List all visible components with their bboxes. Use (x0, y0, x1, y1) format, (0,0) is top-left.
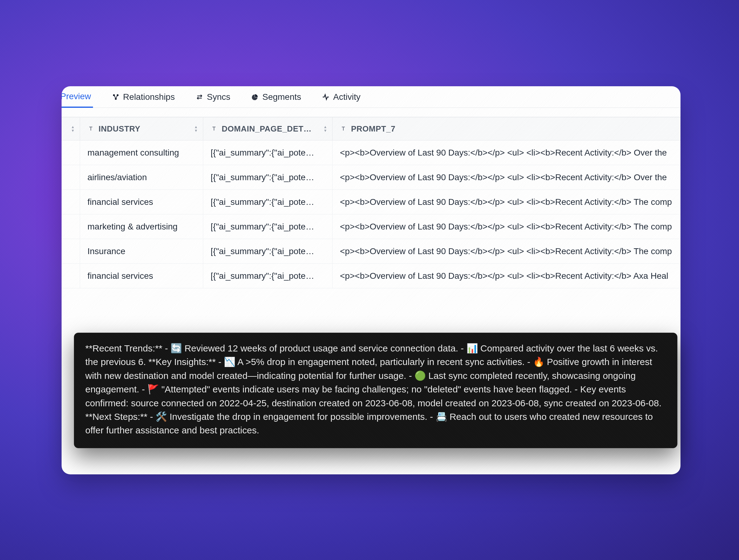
table-row[interactable]: marketing & advertising [{"ai_summary":{… (61, 215, 681, 239)
text-type-icon (88, 125, 94, 132)
svg-point-2 (115, 98, 117, 100)
cell-blank (61, 215, 80, 239)
sort-icon[interactable]: ▲▼ (324, 125, 327, 132)
column-header-domain[interactable]: DOMAIN_PAGE_DET… ▲▼ (203, 117, 332, 140)
cell-domain: [{"ai_summary":{"ai_pote… (203, 140, 332, 165)
activity-icon (322, 93, 329, 101)
text-type-icon (340, 125, 347, 132)
cell-blank (61, 264, 80, 288)
table-body: management consulting [{"ai_summary":{"a… (61, 140, 681, 288)
relationships-icon (112, 93, 120, 101)
cell-prompt7: <p><b>Overview of Last 90 Days:</b></p> … (332, 190, 681, 214)
tab-activity[interactable]: Activity (320, 86, 362, 108)
column-label: DOMAIN_PAGE_DET… (222, 124, 312, 134)
cell-domain: [{"ai_summary":{"ai_pote… (203, 190, 332, 214)
tab-bar: Preview Relationships Syncs Segments Act… (61, 86, 681, 108)
cell-prompt7: <p><b>Overview of Last 90 Days:</b></p> … (332, 264, 681, 288)
cell-prompt7: <p><b>Overview of Last 90 Days:</b></p> … (332, 239, 681, 263)
column-header-blank: ▲▼ (61, 117, 80, 140)
cell-blank (61, 140, 80, 165)
tab-label: Syncs (207, 92, 230, 102)
tab-label: Preview (61, 92, 91, 101)
cell-industry: airlines/aviation (80, 165, 203, 189)
cell-prompt7: <p><b>Overview of Last 90 Days:</b></p> … (332, 215, 681, 239)
tab-label: Relationships (123, 92, 175, 102)
segments-icon (251, 93, 259, 101)
table-row[interactable]: financial services [{"ai_summary":{"ai_p… (61, 190, 681, 215)
syncs-icon (196, 93, 203, 101)
tooltip-text: **Recent Trends:** - 🔄 Reviewed 12 weeks… (85, 343, 661, 435)
cell-industry: management consulting (80, 140, 203, 165)
cell-domain: [{"ai_summary":{"ai_pote… (203, 239, 332, 263)
cell-industry: Insurance (80, 239, 203, 263)
tab-preview[interactable]: Preview (61, 87, 93, 108)
cell-prompt7: <p><b>Overview of Last 90 Days:</b></p> … (332, 140, 681, 165)
table-row[interactable]: airlines/aviation [{"ai_summary":{"ai_po… (61, 165, 681, 190)
tab-segments[interactable]: Segments (250, 86, 303, 108)
cell-tooltip: **Recent Trends:** - 🔄 Reviewed 12 weeks… (74, 333, 678, 448)
column-label: PROMPT_7 (351, 124, 395, 134)
tab-relationships[interactable]: Relationships (110, 86, 177, 108)
table-header: ▲▼ INDUSTRY ▲▼ DOMAIN_PAGE_DET… ▲▼ (61, 117, 681, 140)
cell-industry: financial services (80, 264, 203, 288)
column-label: INDUSTRY (99, 124, 140, 134)
cell-domain: [{"ai_summary":{"ai_pote… (203, 264, 332, 288)
sort-icon[interactable]: ▲▼ (71, 125, 75, 132)
tab-label: Activity (333, 92, 360, 102)
cell-industry: marketing & advertising (80, 215, 203, 239)
cell-domain: [{"ai_summary":{"ai_pote… (203, 165, 332, 189)
text-type-icon (210, 125, 217, 132)
sort-icon[interactable]: ▲▼ (194, 125, 198, 132)
tab-label: Segments (262, 92, 301, 102)
table-row[interactable]: management consulting [{"ai_summary":{"a… (61, 140, 681, 165)
cell-domain: [{"ai_summary":{"ai_pote… (203, 215, 332, 239)
tab-syncs[interactable]: Syncs (194, 86, 232, 108)
table-row[interactable]: Insurance [{"ai_summary":{"ai_pote… <p><… (61, 239, 681, 264)
cell-prompt7: <p><b>Overview of Last 90 Days:</b></p> … (332, 165, 681, 189)
cell-blank (61, 239, 80, 263)
cell-blank (61, 190, 80, 214)
cell-industry: financial services (80, 190, 203, 214)
column-header-industry[interactable]: INDUSTRY ▲▼ (80, 117, 203, 140)
table-row[interactable]: financial services [{"ai_summary":{"ai_p… (61, 264, 681, 288)
cell-blank (61, 165, 80, 189)
toolbar-spacer (61, 108, 681, 117)
column-header-prompt7[interactable]: PROMPT_7 (332, 117, 681, 140)
